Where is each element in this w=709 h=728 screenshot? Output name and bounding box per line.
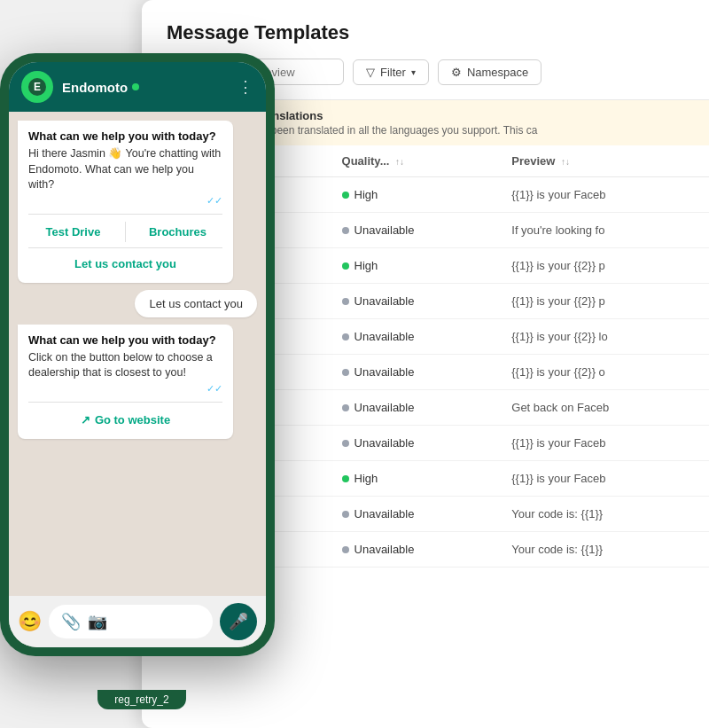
cell-quality: Unavailable	[328, 355, 498, 390]
cell-quality: Unavailable	[328, 213, 498, 248]
go-to-website-button[interactable]: ↗ Go to website	[28, 410, 222, 430]
preview-text: {{1}} is your Faceb	[511, 188, 605, 201]
cell-preview: {{1}} is your Faceb	[497, 426, 709, 461]
button-divider	[125, 222, 126, 242]
preview-text: Your code is: {{1}}	[511, 543, 603, 556]
preview-text: {{1}} is your {{2}} p	[511, 294, 605, 308]
message2-body: Click on the button below to choose a de…	[28, 350, 222, 381]
col-quality[interactable]: Quality... ↑↓	[328, 145, 498, 177]
cell-preview: {{1}} is your Faceb	[497, 461, 709, 497]
gear-icon: ⚙	[451, 66, 462, 79]
message2-buttons: ↗ Go to website	[28, 402, 222, 430]
quality-dot	[342, 511, 349, 518]
col-preview[interactable]: Preview ↑↓	[497, 145, 709, 177]
cell-quality: High	[328, 248, 498, 284]
quality-dot	[342, 546, 349, 553]
reply-bubble: Let us contact you	[135, 290, 257, 317]
quality-dot	[342, 262, 349, 270]
phone-mockup: E Endomoto ⋮ What can we help you with t…	[0, 53, 284, 709]
avatar: E	[21, 71, 53, 103]
phone-screen: E Endomoto ⋮ What can we help you with t…	[9, 62, 266, 647]
cell-preview: {{1}} is your {{2}} o	[497, 355, 709, 390]
cell-quality: High	[328, 177, 498, 213]
filter-chevron-icon: ▾	[411, 67, 416, 77]
preview-text: {{1}} is your Faceb	[511, 436, 605, 450]
sort-icon-2: ↑↓	[395, 157, 404, 167]
message1-title: What can we help you with today?	[28, 129, 222, 143]
cell-preview: {{1}} is your {{2}} p	[497, 248, 709, 284]
message-bubble-2: What can we help you with today? Click o…	[18, 325, 233, 439]
cell-preview: Get back on Faceb	[497, 390, 709, 426]
cell-preview: {{1}} is your {{2}} p	[497, 284, 709, 319]
external-link-icon: ↗	[81, 413, 90, 427]
cell-quality: Unavailable	[328, 426, 498, 461]
camera-icon: 📷	[88, 612, 107, 631]
filter-button[interactable]: ▽ Filter ▾	[353, 59, 429, 85]
message1-tick: ✓✓	[28, 195, 222, 207]
cell-preview: {{1}} is your {{2}} lo	[497, 319, 709, 355]
filter-label: Filter	[380, 66, 406, 79]
attachment-icon: 📎	[61, 612, 81, 631]
namespace-label: Namespace	[467, 66, 528, 79]
microphone-button[interactable]: 🎤	[220, 603, 257, 640]
phone-outer-shell: E Endomoto ⋮ What can we help you with t…	[0, 53, 275, 656]
sort-icon-3: ↑↓	[561, 157, 570, 167]
preview-text: Your code is: {{1}}	[511, 507, 603, 521]
emoji-icon[interactable]: 😊	[18, 610, 42, 633]
quality-dot	[342, 333, 349, 341]
contact-name: Endomoto	[62, 80, 229, 95]
panel-title: Message Templates	[167, 21, 684, 44]
message-bubble-1: What can we help you with today? Hi ther…	[18, 121, 233, 283]
message-input-box[interactable]: 📎 📷	[49, 605, 213, 638]
filter-icon: ▽	[366, 66, 375, 79]
preview-text: {{1}} is your Faceb	[511, 472, 605, 485]
message2-tick: ✓✓	[28, 383, 222, 395]
preview-text: {{1}} is your {{2}} o	[511, 365, 605, 379]
let-us-contact-button[interactable]: Let us contact you	[28, 254, 222, 274]
reply-text: Let us contact you	[149, 297, 243, 310]
preview-text: {{1}} is your {{2}} lo	[511, 330, 607, 343]
quality-dot	[342, 192, 349, 199]
quality-dot	[342, 404, 349, 411]
cell-quality: Unavailable	[328, 497, 498, 532]
cell-quality: Unavailable	[328, 319, 498, 355]
quality-dot	[342, 227, 349, 234]
message1-body: Hi there Jasmin 👋 You're chatting with E…	[28, 146, 222, 193]
preview-text: {{1}} is your {{2}} p	[511, 259, 605, 272]
quality-dot	[342, 475, 349, 482]
cell-quality: Unavailable	[328, 390, 498, 426]
chat-messages-area: What can we help you with today? Hi ther…	[9, 112, 266, 596]
test-drive-button[interactable]: Test Drive	[28, 222, 118, 242]
chat-input-area: 😊 📎 📷 🎤	[9, 596, 266, 647]
quality-dot	[342, 369, 349, 376]
quality-dot	[342, 298, 349, 305]
chat-contact-info: Endomoto	[62, 80, 229, 95]
preview-text: Get back on Faceb	[511, 401, 609, 414]
online-status-dot	[132, 83, 139, 90]
cell-preview: Your code is: {{1}}	[497, 497, 709, 532]
quality-dot	[342, 440, 349, 447]
preview-text: If you're looking fo	[511, 223, 604, 237]
contact-btn-row: Let us contact you	[28, 247, 222, 274]
svg-text:E: E	[34, 81, 41, 93]
message1-buttons: Test Drive Brochures	[28, 214, 222, 242]
more-options-icon[interactable]: ⋮	[238, 77, 253, 97]
cell-preview: If you're looking fo	[497, 213, 709, 248]
cell-quality: Unavailable	[328, 532, 498, 568]
brochures-button[interactable]: Brochures	[133, 222, 222, 242]
chat-header: E Endomoto ⋮	[9, 62, 266, 112]
cell-preview: Your code is: {{1}}	[497, 532, 709, 568]
namespace-button[interactable]: ⚙ Namespace	[438, 59, 541, 85]
cell-quality: High	[328, 461, 498, 497]
cell-preview: {{1}} is your Faceb	[497, 177, 709, 213]
message2-title: What can we help you with today?	[28, 333, 222, 347]
cell-quality: Unavailable	[328, 284, 498, 319]
bottom-tag: reg_retry_2	[97, 690, 186, 709]
